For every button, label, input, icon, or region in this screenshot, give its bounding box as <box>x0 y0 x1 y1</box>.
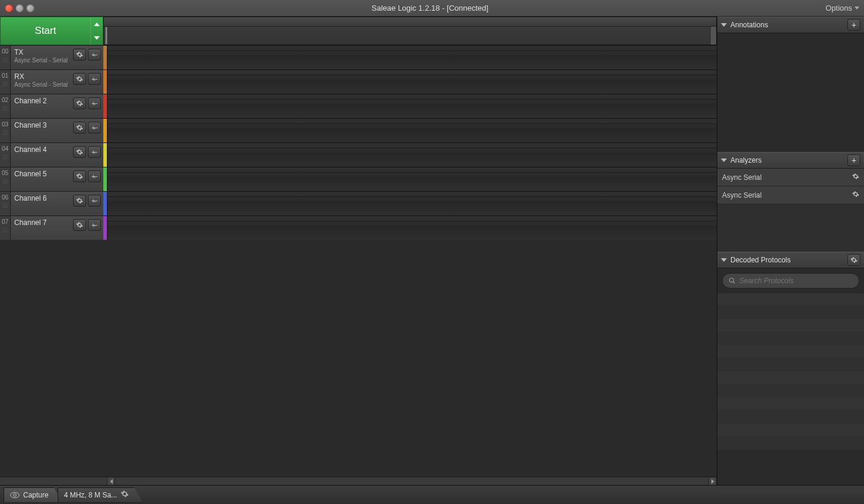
options-menu-button[interactable]: Options <box>825 4 859 12</box>
drag-grip-icon[interactable] <box>2 106 8 112</box>
channel-settings-button[interactable] <box>73 73 86 85</box>
analyzer-item[interactable]: Async Serial <box>717 169 864 186</box>
channel-trigger-button[interactable]: +⌐ <box>88 49 101 61</box>
gear-icon <box>76 221 83 229</box>
channel-index[interactable]: 05 <box>0 167 11 191</box>
waveform-row[interactable] <box>103 191 717 215</box>
channel-trigger-button[interactable]: +⌐ <box>88 146 101 158</box>
waveform-row[interactable] <box>103 69 717 94</box>
hscroll-left-button[interactable] <box>107 477 115 485</box>
channel-trigger-button[interactable]: +⌐ <box>88 73 101 85</box>
waveform-canvas[interactable] <box>107 70 717 94</box>
annotations-add-button[interactable]: + <box>847 19 860 31</box>
channel-settings-button[interactable] <box>73 97 86 109</box>
channel-index[interactable]: 04 <box>0 143 11 167</box>
timeline-header[interactable] <box>103 17 717 45</box>
timeline-ruler-top[interactable] <box>104 17 716 27</box>
channel-body[interactable]: Channel 3+⌐ <box>11 119 103 142</box>
analyzer-item-settings[interactable] <box>852 191 859 199</box>
channel-settings-button[interactable] <box>73 49 86 61</box>
analyzer-item[interactable]: Async Serial <box>717 186 864 204</box>
annotations-panel-header[interactable]: Annotations + <box>717 17 864 33</box>
channel-trigger-button[interactable]: +⌐ <box>88 97 101 109</box>
channel-buttons: +⌐ <box>73 146 101 158</box>
analyzer-item-label: Async Serial <box>722 191 762 199</box>
drag-grip-icon[interactable] <box>2 154 8 160</box>
drag-grip-icon[interactable] <box>2 81 8 87</box>
channel-index[interactable]: 01 <box>0 70 11 94</box>
decoded-search-box[interactable] <box>722 273 859 289</box>
channel-trigger-button[interactable]: +⌐ <box>88 219 101 231</box>
channel-index[interactable]: 07 <box>0 216 11 240</box>
start-button[interactable]: Start <box>0 17 90 45</box>
waveform-row[interactable] <box>103 215 717 240</box>
horizontal-scrollbar[interactable] <box>0 477 717 485</box>
gear-icon <box>121 490 129 498</box>
waveform-row[interactable] <box>103 142 717 167</box>
analyzers-panel-header[interactable]: Analyzers + <box>717 152 864 169</box>
channel-index[interactable]: 02 <box>0 94 11 118</box>
drag-grip-icon[interactable] <box>2 203 8 209</box>
channel-settings-button[interactable] <box>73 122 86 134</box>
channel-name: Channel 5 <box>14 170 73 178</box>
decoded-settings-button[interactable] <box>847 254 860 266</box>
waveform-row[interactable] <box>103 45 717 69</box>
channel-body[interactable]: Channel 2+⌐ <box>11 94 103 118</box>
channel-index[interactable]: 03 <box>0 119 11 142</box>
channel-trigger-button[interactable]: +⌐ <box>88 195 101 207</box>
waveform-canvas[interactable] <box>107 167 717 191</box>
start-arrows[interactable] <box>90 17 103 45</box>
channel-body[interactable]: TXAsync Serial - Serial+⌐ <box>11 46 103 69</box>
start-arrow-down[interactable] <box>91 31 103 45</box>
window-maximize-button[interactable] <box>26 4 34 12</box>
timeline-vscroll-button[interactable] <box>710 27 716 45</box>
timeline-cursor-handle[interactable] <box>105 27 107 45</box>
channel-body[interactable]: RXAsync Serial - Serial+⌐ <box>11 70 103 94</box>
waveform-canvas[interactable] <box>107 119 717 142</box>
waveform-row[interactable] <box>103 94 717 118</box>
analyzers-add-button[interactable]: + <box>847 154 860 166</box>
channel-index-label: 00 <box>2 48 8 55</box>
capture-tab[interactable]: Capture <box>4 487 62 503</box>
waveform-canvas[interactable] <box>107 46 717 69</box>
channel-settings-button[interactable] <box>73 170 86 182</box>
waveform-row[interactable] <box>103 167 717 191</box>
waveform-canvas[interactable] <box>107 192 717 215</box>
drag-grip-icon[interactable] <box>2 130 8 136</box>
hscroll-right-button[interactable] <box>708 477 717 485</box>
channel-name: Channel 2 <box>14 97 73 105</box>
decoded-search-input[interactable] <box>739 277 853 285</box>
channel-body[interactable]: Channel 7+⌐ <box>11 216 103 240</box>
annotations-panel-body[interactable] <box>717 33 864 152</box>
drag-grip-icon[interactable] <box>2 57 8 63</box>
channel-settings-button[interactable] <box>73 146 86 158</box>
disclosure-triangle-icon <box>721 159 727 162</box>
analyzers-empty-area[interactable] <box>717 204 864 252</box>
settings-tab[interactable]: 4 MHz, 8 M Sa... <box>58 487 143 503</box>
drag-grip-icon[interactable] <box>2 179 8 185</box>
settings-tab-gear[interactable] <box>121 490 129 500</box>
drag-grip-icon[interactable] <box>2 227 8 233</box>
channel-index[interactable]: 06 <box>0 192 11 215</box>
channel-body[interactable]: Channel 4+⌐ <box>11 143 103 167</box>
decoded-results-list[interactable] <box>717 293 864 485</box>
channel-index[interactable]: 00 <box>0 46 11 69</box>
window-close-button[interactable] <box>5 4 13 12</box>
waveform-canvas[interactable] <box>107 94 717 118</box>
channel-name: Channel 3 <box>14 121 73 129</box>
empty-canvas-area[interactable] <box>0 240 717 477</box>
channel-trigger-button[interactable]: +⌐ <box>88 122 101 134</box>
timeline-ruler-bottom[interactable] <box>104 27 716 45</box>
channel-body[interactable]: Channel 5+⌐ <box>11 167 103 191</box>
waveform-row[interactable] <box>103 118 717 142</box>
decoded-panel-header[interactable]: Decoded Protocols <box>717 252 864 268</box>
waveform-canvas[interactable] <box>107 216 717 240</box>
channel-settings-button[interactable] <box>73 219 86 231</box>
window-minimize-button[interactable] <box>15 4 24 12</box>
start-arrow-up[interactable] <box>91 17 103 31</box>
waveform-canvas[interactable] <box>107 143 717 167</box>
channel-body[interactable]: Channel 6+⌐ <box>11 192 103 215</box>
analyzer-item-settings[interactable] <box>852 173 859 182</box>
channel-trigger-button[interactable]: +⌐ <box>88 170 101 182</box>
channel-settings-button[interactable] <box>73 195 86 207</box>
